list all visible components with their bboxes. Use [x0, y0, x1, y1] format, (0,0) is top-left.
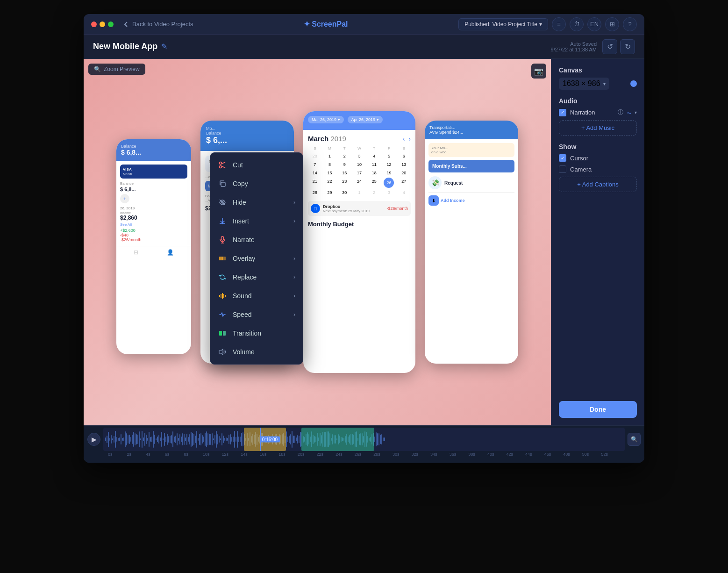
svg-point-0 [220, 162, 222, 165]
title-bar: Back to Video Projects ✦ ScreenPal Publi… [84, 14, 644, 35]
transition-label: Transition [233, 329, 295, 337]
logo: ✦ ScreenPal [304, 20, 348, 29]
audio-section: Audio ✓ Narration ⓘ ⏦ ▾ + Add Music [559, 97, 637, 136]
overlay-label: Overlay [233, 255, 288, 262]
svg-rect-8 [221, 236, 224, 240]
cursor-checkbox[interactable]: ✓ [559, 154, 566, 162]
replace-label: Replace [233, 273, 288, 281]
overlay-arrow: › [293, 255, 295, 262]
redo-button[interactable]: ↻ [620, 39, 635, 54]
add-captions-button[interactable]: + Add Captions [559, 177, 637, 192]
layers-icon-button[interactable]: ⊞ [605, 17, 619, 31]
menu-item-overlay[interactable]: Overlay › [210, 249, 303, 268]
timeline-clip-teal [301, 428, 374, 451]
narration-label: Narration [570, 109, 614, 116]
canvas-size-selector[interactable]: 1638 × 986 ▾ [559, 78, 609, 90]
canvas-toggle[interactable] [630, 80, 637, 87]
traffic-lights [91, 21, 114, 27]
camera-label: Camera [570, 166, 592, 173]
maximize-button[interactable] [108, 21, 114, 27]
timeline-area: ▶ // Generate waveform bars inline docum… [84, 425, 644, 463]
canvas-section: Canvas 1638 × 986 ▾ [559, 66, 637, 90]
volume-label: Volume [233, 348, 295, 356]
speed-label: Speed [233, 311, 288, 318]
history-icon-button[interactable]: ⏱ [570, 17, 584, 31]
svg-marker-20 [219, 349, 223, 355]
undo-redo-group: ↺ ↻ [602, 39, 635, 54]
narration-dropdown-icon[interactable]: ▾ [635, 110, 637, 115]
phone-screen-right: Transportati... AVG Spend $24... Your Mo… [425, 121, 518, 364]
chevron-down-icon: ▾ [539, 21, 542, 28]
mobile-screens-container: Balance $ 6,8... VISA Mandi... Balance $… [84, 102, 551, 382]
camera-checkbox[interactable] [559, 165, 566, 173]
menu-item-insert[interactable]: Insert › [210, 212, 303, 230]
menu-item-transition[interactable]: Transition [210, 324, 303, 343]
svg-point-1 [220, 166, 222, 168]
menu-item-sound[interactable]: Sound › [210, 286, 303, 305]
close-button[interactable] [91, 21, 97, 27]
back-button[interactable]: Back to Video Projects [123, 21, 193, 28]
menu-item-volume[interactable]: Volume [210, 343, 303, 361]
svg-rect-12 [222, 257, 226, 260]
phone-screen-left: Balance $ 6,8... VISA Mandi... Balance $… [116, 139, 191, 354]
undo-button[interactable]: ↺ [602, 39, 617, 54]
camera-row: Camera [559, 165, 637, 173]
help-icon-button[interactable]: ? [623, 17, 637, 31]
menu-item-narrate[interactable]: Narrate [210, 230, 303, 249]
calendar-screen: Mar 26, 2019 ▾ Apr 26, 2019 ▾ March 2019… [303, 111, 415, 373]
narrate-label: Narrate [233, 236, 295, 244]
list-icon-button[interactable]: ≡ [552, 17, 566, 31]
preview-area: 🔍 Zoom Preview 📷 Balance $ 6,8... [84, 59, 551, 425]
menu-item-speed[interactable]: Speed › [210, 305, 303, 324]
svg-rect-19 [223, 331, 226, 336]
svg-rect-16 [223, 294, 224, 298]
insert-arrow: › [293, 218, 295, 224]
narration-row: ✓ Narration ⓘ ⏦ ▾ [559, 108, 637, 116]
menu-item-replace[interactable]: Replace › [210, 268, 303, 286]
replace-icon [218, 272, 227, 282]
sound-icon [218, 291, 227, 301]
zoom-preview-bar: 🔍 Zoom Preview [88, 64, 145, 75]
overlay-icon [218, 254, 227, 263]
done-button[interactable]: Done [559, 401, 637, 418]
mic-icon [218, 235, 227, 244]
add-music-button[interactable]: + Add Music [559, 120, 637, 136]
edit-title-icon[interactable]: ✎ [161, 42, 167, 51]
sound-arrow: › [293, 293, 295, 299]
svg-line-6 [220, 200, 225, 205]
title-right-actions: Published: Video Project Title ▾ ≡ ⏱ EN … [458, 17, 637, 31]
svg-rect-17 [225, 295, 226, 297]
context-menu: Cut Copy [210, 152, 303, 365]
canvas-size-row: 1638 × 986 ▾ [559, 78, 637, 90]
hide-label: Hide [233, 199, 288, 206]
app-window: Back to Video Projects ✦ ScreenPal Publi… [84, 14, 644, 463]
toolbar-row: New Mobile App ✎ Auto Saved 9/27/22 at 1… [84, 35, 644, 59]
logo-area: ✦ ScreenPal [197, 20, 455, 29]
svg-rect-4 [221, 182, 225, 186]
svg-rect-18 [219, 331, 222, 336]
play-button[interactable]: ▶ [87, 433, 100, 446]
menu-item-cut[interactable]: Cut [210, 156, 303, 174]
right-panel: Canvas 1638 × 986 ▾ Audio ✓ Narration ⓘ … [551, 59, 644, 425]
minimize-button[interactable] [100, 21, 105, 27]
replace-arrow: › [293, 274, 295, 280]
narration-waveform-icon[interactable]: ⏦ [627, 109, 631, 116]
sound-label: Sound [233, 292, 288, 300]
timeline-search-button[interactable]: 🔍 [628, 433, 641, 446]
narration-checkbox[interactable]: ✓ [559, 109, 566, 116]
language-button[interactable]: EN [587, 17, 601, 31]
timeline-playhead[interactable]: 0:16:00 [260, 428, 261, 451]
speed-arrow: › [293, 311, 295, 318]
publish-button[interactable]: Published: Video Project Title ▾ [458, 18, 548, 30]
volume-icon [218, 347, 227, 357]
logo-icon: ✦ [304, 20, 310, 29]
menu-item-hide[interactable]: Hide › [210, 193, 303, 212]
menu-item-copy[interactable]: Copy [210, 174, 303, 193]
insert-label: Insert [233, 217, 288, 225]
show-title: Show [559, 143, 637, 150]
screenshot-button[interactable]: 📷 [531, 64, 546, 79]
narration-info-icon[interactable]: ⓘ [618, 108, 623, 116]
hide-arrow: › [293, 199, 295, 206]
svg-rect-13 [219, 295, 220, 297]
canvas-dropdown-icon: ▾ [603, 81, 606, 86]
